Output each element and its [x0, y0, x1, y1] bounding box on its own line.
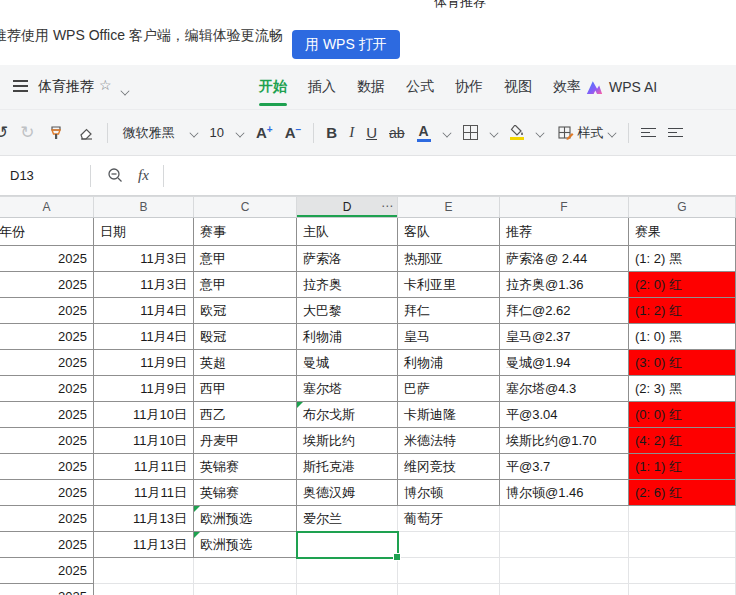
hamburger-menu-icon[interactable]	[13, 80, 28, 93]
cell-G15[interactable]	[629, 584, 736, 595]
cell-B6[interactable]: 11月9日	[94, 350, 194, 376]
cell-D9[interactable]: 埃斯比约	[297, 428, 398, 454]
cell-E14[interactable]	[398, 558, 500, 584]
cell-E13[interactable]	[398, 532, 500, 558]
cell-A14[interactable]: 2025	[0, 558, 94, 584]
cell-G13[interactable]	[629, 532, 736, 558]
cell-A6[interactable]: 2025	[0, 350, 94, 376]
cell-D2[interactable]: 萨索洛	[297, 246, 398, 272]
cell-A11[interactable]: 2025	[0, 480, 94, 506]
cell-C13[interactable]: 欧洲预选	[194, 532, 297, 558]
title-chevron-down-icon[interactable]	[121, 81, 129, 99]
cell-C2[interactable]: 意甲	[194, 246, 297, 272]
cell-G7[interactable]: (2: 3) 黑	[629, 376, 736, 402]
cell-D5[interactable]: 利物浦	[297, 324, 398, 350]
cell-E11[interactable]: 博尔顿	[398, 480, 500, 506]
cell-D3[interactable]: 拉齐奥	[297, 272, 398, 298]
cell-B7[interactable]: 11月9日	[94, 376, 194, 402]
cell-D4[interactable]: 大巴黎	[297, 298, 398, 324]
cell-D14[interactable]	[297, 558, 398, 584]
cell-A3[interactable]: 2025	[0, 272, 94, 298]
cell-D15[interactable]	[297, 584, 398, 595]
cell-E3[interactable]: 卡利亚里	[398, 272, 500, 298]
zoom-search-icon[interactable]	[107, 167, 124, 184]
tab-数据[interactable]: 数据	[357, 65, 385, 109]
eraser-icon[interactable]	[77, 125, 95, 141]
redo-icon[interactable]: ↻	[20, 122, 34, 143]
font-size-select[interactable]: 10	[210, 125, 224, 140]
cell-C3[interactable]: 意甲	[194, 272, 297, 298]
cell-C14[interactable]	[194, 558, 297, 584]
cell-A5[interactable]: 2025	[0, 324, 94, 350]
cell-A9[interactable]: 2025	[0, 428, 94, 454]
cell-G6[interactable]: (3: 0) 红	[629, 350, 736, 376]
increase-font-icon[interactable]: A+	[256, 124, 273, 141]
cell-F4[interactable]: 拜仁@2.62	[500, 298, 629, 324]
cell-D6[interactable]: 曼城	[297, 350, 398, 376]
cell-C4[interactable]: 欧冠	[194, 298, 297, 324]
undo-icon[interactable]: ↺	[0, 122, 8, 143]
borders-chevron-icon[interactable]	[490, 129, 498, 137]
column-header-B[interactable]: B	[94, 197, 194, 217]
cell-E2[interactable]: 热那亚	[398, 246, 500, 272]
fx-insert-function-icon[interactable]: fx	[138, 167, 149, 184]
fill-color-button[interactable]	[510, 125, 524, 140]
cell-A4[interactable]: 2025	[0, 298, 94, 324]
cell-B4[interactable]: 11月4日	[94, 298, 194, 324]
cell-A15[interactable]: 2025	[0, 584, 94, 595]
cell-C10[interactable]: 英锦赛	[194, 454, 297, 480]
cell-F6[interactable]: 曼城@1.94	[500, 350, 629, 376]
cell-C1[interactable]: 赛事	[194, 218, 297, 246]
column-header-C[interactable]: C	[194, 197, 297, 217]
open-in-wps-button[interactable]: 用 WPS 打开	[292, 30, 400, 59]
name-box[interactable]: D13	[0, 168, 90, 183]
cell-A8[interactable]: 2025	[0, 402, 94, 428]
cell-D7[interactable]: 塞尔塔	[297, 376, 398, 402]
cell-B13[interactable]: 11月13日	[94, 532, 194, 558]
cell-B15[interactable]	[94, 584, 194, 595]
cell-F2[interactable]: 萨索洛@ 2.44	[500, 246, 629, 272]
column-menu-dots-icon[interactable]: ⋯	[381, 199, 392, 213]
cell-D8[interactable]: 布尔戈斯	[297, 402, 398, 428]
align-center-icon[interactable]	[668, 125, 683, 140]
cell-C11[interactable]: 英锦赛	[194, 480, 297, 506]
cell-B3[interactable]: 11月3日	[94, 272, 194, 298]
cell-style-button[interactable]: 样式	[558, 124, 616, 142]
cell-G10[interactable]: (1: 1) 红	[629, 454, 736, 480]
cell-C8[interactable]: 西乙	[194, 402, 297, 428]
cell-D1[interactable]: 主队	[297, 218, 398, 246]
cell-A10[interactable]: 2025	[0, 454, 94, 480]
italic-button[interactable]: I	[349, 124, 354, 141]
cell-C12[interactable]: 欧洲预选	[194, 506, 297, 532]
cell-C6[interactable]: 英超	[194, 350, 297, 376]
fill-color-chevron-icon[interactable]	[536, 129, 544, 137]
column-header-A[interactable]: A	[0, 197, 94, 217]
cell-G11[interactable]: (2: 6) 红	[629, 480, 736, 506]
format-painter-icon[interactable]	[47, 124, 65, 142]
font-color-chevron-icon[interactable]	[443, 129, 451, 137]
cell-F11[interactable]: 博尔顿@1.46	[500, 480, 629, 506]
cell-G5[interactable]: (1: 0) 黑	[629, 324, 736, 350]
cell-B8[interactable]: 11月10日	[94, 402, 194, 428]
cell-F7[interactable]: 塞尔塔@4.3	[500, 376, 629, 402]
cell-G9[interactable]: (4: 2) 红	[629, 428, 736, 454]
cell-E5[interactable]: 皇马	[398, 324, 500, 350]
cell-G3[interactable]: (2: 0) 红	[629, 272, 736, 298]
cell-E15[interactable]	[398, 584, 500, 595]
cell-A7[interactable]: 2025	[0, 376, 94, 402]
tab-公式[interactable]: 公式	[406, 65, 434, 109]
font-name-chevron-icon[interactable]	[190, 129, 198, 137]
cell-F10[interactable]: 平@3.7	[500, 454, 629, 480]
cell-B14[interactable]	[94, 558, 194, 584]
font-size-chevron-icon[interactable]	[236, 129, 244, 137]
cell-A12[interactable]: 2025	[0, 506, 94, 532]
cell-E12[interactable]: 葡萄牙	[398, 506, 500, 532]
cell-D10[interactable]: 斯托克港	[297, 454, 398, 480]
tab-开始[interactable]: 开始	[259, 65, 287, 109]
cell-D11[interactable]: 奥德汉姆	[297, 480, 398, 506]
cell-B5[interactable]: 11月4日	[94, 324, 194, 350]
cell-D13[interactable]	[297, 532, 398, 558]
column-header-E[interactable]: E	[398, 197, 500, 217]
cell-G8[interactable]: (0: 0) 红	[629, 402, 736, 428]
cell-F5[interactable]: 皇马@2.37	[500, 324, 629, 350]
